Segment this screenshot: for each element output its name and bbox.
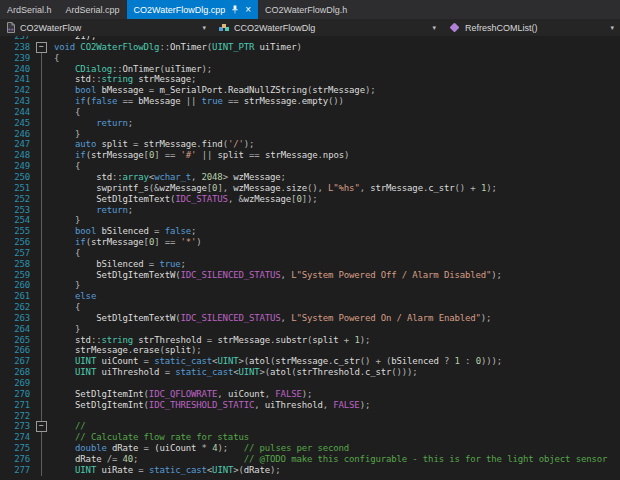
line-number[interactable]: 277 bbox=[0, 465, 34, 476]
code-line-275[interactable]: 275 double dRate = (uiCount * 4); // pul… bbox=[0, 443, 620, 454]
tab-co2waterflowdlg-cpp[interactable]: CO2WaterFlowDlg.cpp× bbox=[127, 0, 259, 19]
code-line-265[interactable]: 265 std::string strThreshold = strMessag… bbox=[0, 335, 620, 346]
code-line-244[interactable]: 244 { bbox=[0, 107, 620, 118]
line-number[interactable]: 240 bbox=[0, 64, 34, 75]
line-number[interactable]: 266 bbox=[0, 345, 34, 356]
code-line-243[interactable]: 243 if(false == bMessage || true == strM… bbox=[0, 96, 620, 107]
line-number[interactable]: 246 bbox=[0, 129, 34, 140]
line-number[interactable]: 254 bbox=[0, 215, 34, 226]
code-line-276[interactable]: 276 dRate /= 40; // @TODO make this conf… bbox=[0, 454, 620, 465]
code-line-273[interactable]: 273− // bbox=[0, 421, 620, 432]
code-line-238[interactable]: 238−void CO2WaterFlowDlg::OnTimer(UINT_P… bbox=[0, 42, 620, 53]
code-line-254[interactable]: 254 } bbox=[0, 215, 620, 226]
line-number[interactable]: 269 bbox=[0, 378, 34, 389]
line-number[interactable]: 251 bbox=[0, 183, 34, 194]
code-line-239[interactable]: 239{ bbox=[0, 53, 620, 64]
code-line-268[interactable]: 268 UINT uiThreshold = static_cast<UINT>… bbox=[0, 367, 620, 378]
line-number[interactable]: 252 bbox=[0, 194, 34, 205]
code-line-270[interactable]: 270 SetDlgItemInt(IDC_QFLOWRATE, uiCount… bbox=[0, 389, 620, 400]
tab-co2waterflowdlg-h[interactable]: CO2WaterFlowDlg.h bbox=[258, 0, 354, 19]
class-dropdown[interactable]: CCO2WaterFlowDlg ▾ bbox=[212, 19, 442, 36]
code-line-241[interactable]: 241 std::string strMessage; bbox=[0, 74, 620, 85]
line-number[interactable]: 244 bbox=[0, 107, 34, 118]
code-line-240[interactable]: 240 CDialog::OnTimer(uiTimer); bbox=[0, 64, 620, 75]
line-number[interactable]: 258 bbox=[0, 259, 34, 270]
line-number[interactable]: 238 bbox=[0, 42, 34, 53]
code-text: SetDlgItemInt(IDC_THRESHOLD_STATIC, uiTh… bbox=[49, 400, 620, 411]
tab-ardserial-h[interactable]: ArdSerial.h bbox=[0, 0, 59, 19]
code-line-242[interactable]: 242 bool bMessage = m_SerialPort.ReadNul… bbox=[0, 85, 620, 96]
fold-collapse-button[interactable]: − bbox=[34, 421, 49, 432]
code-line-269[interactable]: 269 bbox=[0, 378, 620, 389]
code-line-252[interactable]: 252 SetDlgItemText(IDC_STATUS, &wzMessag… bbox=[0, 194, 620, 205]
line-number[interactable]: 245 bbox=[0, 118, 34, 129]
pin-icon[interactable] bbox=[231, 5, 239, 14]
code-line-249[interactable]: 249 { bbox=[0, 161, 620, 172]
line-number[interactable]: 265 bbox=[0, 335, 34, 346]
line-number[interactable]: 257 bbox=[0, 248, 34, 259]
code-line-248[interactable]: 248 if(strMessage[0] == '#' || split == … bbox=[0, 150, 620, 161]
code-editor[interactable]: 237 21);238−void CO2WaterFlowDlg::OnTime… bbox=[0, 36, 620, 480]
member-dropdown[interactable]: RefreshCOMList() ▾ bbox=[442, 19, 620, 36]
code-line-255[interactable]: 255 bool bSilenced = false; bbox=[0, 226, 620, 237]
line-number[interactable]: 243 bbox=[0, 96, 34, 107]
line-number[interactable]: 248 bbox=[0, 150, 34, 161]
line-number[interactable]: 270 bbox=[0, 389, 34, 400]
code-line-247[interactable]: 247 auto split = strMessage.find('/'); bbox=[0, 139, 620, 150]
code-line-272[interactable]: 272 bbox=[0, 411, 620, 422]
line-number[interactable]: 250 bbox=[0, 172, 34, 183]
line-number[interactable]: 259 bbox=[0, 270, 34, 281]
line-number[interactable]: 271 bbox=[0, 400, 34, 411]
line-number[interactable]: 260 bbox=[0, 280, 34, 291]
tab-ardserial-cpp[interactable]: ArdSerial.cpp bbox=[59, 0, 127, 19]
code-line-274[interactable]: 274 // Calculate flow rate for status bbox=[0, 432, 620, 443]
tab-label: ArdSerial.cpp bbox=[66, 5, 120, 15]
code-line-263[interactable]: 263 SetDlgItemTextW(IDC_SILENCED_STATUS,… bbox=[0, 313, 620, 324]
fold-guide-line bbox=[34, 129, 49, 140]
code-line-250[interactable]: 250 std::array<wchar_t, 2048> wzMessage; bbox=[0, 172, 620, 183]
code-line-246[interactable]: 246 } bbox=[0, 129, 620, 140]
code-line-267[interactable]: 267 UINT uiCount = static_cast<UINT>(ato… bbox=[0, 356, 620, 367]
code-line-257[interactable]: 257 { bbox=[0, 248, 620, 259]
line-number[interactable]: 262 bbox=[0, 302, 34, 313]
code-line-245[interactable]: 245 return; bbox=[0, 118, 620, 129]
code-line-253[interactable]: 253 return; bbox=[0, 205, 620, 216]
line-number[interactable]: 247 bbox=[0, 139, 34, 150]
code-line-260[interactable]: 260 } bbox=[0, 280, 620, 291]
code-line-266[interactable]: 266 strMessage.erase(split); bbox=[0, 345, 620, 356]
code-line-259[interactable]: 259 SetDlgItemTextW(IDC_SILENCED_STATUS,… bbox=[0, 270, 620, 281]
code-line-277[interactable]: 277 UINT uiRate = static_cast<UINT>(dRat… bbox=[0, 465, 620, 476]
line-number[interactable]: 268 bbox=[0, 367, 34, 378]
line-number[interactable]: 267 bbox=[0, 356, 34, 367]
line-number[interactable]: 274 bbox=[0, 432, 34, 443]
line-number[interactable]: 255 bbox=[0, 226, 34, 237]
fold-guide-line bbox=[34, 215, 49, 226]
code-line-262[interactable]: 262 { bbox=[0, 302, 620, 313]
tab-label: CO2WaterFlowDlg.cpp bbox=[134, 5, 226, 15]
code-line-258[interactable]: 258 bSilenced = true; bbox=[0, 259, 620, 270]
code-line-271[interactable]: 271 SetDlgItemInt(IDC_THRESHOLD_STATIC, … bbox=[0, 400, 620, 411]
line-number[interactable]: 242 bbox=[0, 85, 34, 96]
line-number[interactable]: 263 bbox=[0, 313, 34, 324]
line-number[interactable]: 261 bbox=[0, 291, 34, 302]
line-number[interactable]: 275 bbox=[0, 443, 34, 454]
line-number[interactable]: 249 bbox=[0, 161, 34, 172]
fold-guide-line bbox=[34, 302, 49, 313]
line-number[interactable]: 241 bbox=[0, 74, 34, 85]
code-text: } bbox=[49, 280, 620, 291]
line-number[interactable]: 273 bbox=[0, 421, 34, 432]
code-line-256[interactable]: 256 if(strMessage[0] == '*') bbox=[0, 237, 620, 248]
project-dropdown[interactable]: ++ CO2WaterFlow ▾ bbox=[0, 19, 212, 36]
close-icon[interactable]: × bbox=[245, 5, 251, 15]
code-text: } bbox=[49, 215, 620, 226]
code-line-251[interactable]: 251 swprintf_s(&wzMessage[0], wzMessage.… bbox=[0, 183, 620, 194]
line-number[interactable]: 256 bbox=[0, 237, 34, 248]
line-number[interactable]: 253 bbox=[0, 205, 34, 216]
line-number[interactable]: 264 bbox=[0, 324, 34, 335]
line-number[interactable]: 272 bbox=[0, 411, 34, 422]
code-line-261[interactable]: 261 else bbox=[0, 291, 620, 302]
fold-collapse-button[interactable]: − bbox=[34, 42, 49, 53]
line-number[interactable]: 239 bbox=[0, 53, 34, 64]
code-line-264[interactable]: 264 } bbox=[0, 324, 620, 335]
line-number[interactable]: 276 bbox=[0, 454, 34, 465]
